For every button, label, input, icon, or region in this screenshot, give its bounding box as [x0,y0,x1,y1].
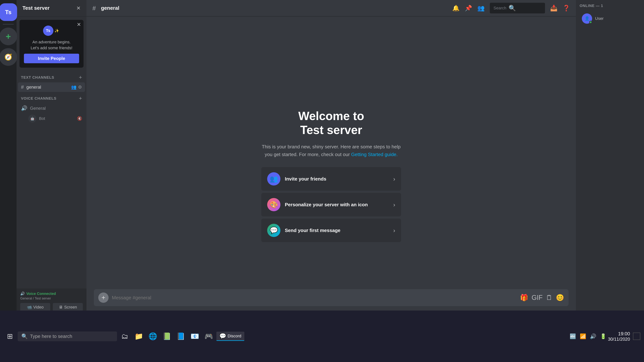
voice-connected-status: 🔊 Voice Connected [20,291,83,296]
task-view-button[interactable]: 🗂 [118,330,131,343]
getting-started-link[interactable]: Getting Started guide. [351,152,398,157]
network-icon[interactable]: 🔤 [570,333,576,339]
taskbar-date: 30/11/2020 [608,337,630,342]
channel-actions: 👥 ⚙ [71,85,82,90]
invite-card-text: Invite your friends [285,176,389,182]
popup-text-line2: Let's add some friends! [31,46,72,50]
personalize-card[interactable]: 🎨 Personalize your server with an icon › [261,193,401,216]
video-button[interactable]: 📹 Video [20,303,50,312]
start-button[interactable]: ⊞ [4,330,16,343]
search-placeholder: Search [494,6,506,10]
members-list-icon[interactable]: 👥 [477,4,485,11]
server-name: Test server [22,5,50,11]
server-header[interactable]: Test server ✕ [16,0,86,16]
channel-item-general[interactable]: # general 👥 ⚙ [18,82,85,92]
taskbar-search-bar[interactable]: 🔍 Type here to search [18,332,117,341]
volume-icon[interactable]: 🔊 [590,333,596,339]
chevron-right-icon-3: › [393,227,395,234]
add-text-channel-icon[interactable]: + [79,74,82,80]
discord-taskbar-icon[interactable]: 💬 Discord [216,332,244,341]
word-button[interactable]: 📘 [174,330,187,343]
channel-header-name: general [101,5,120,11]
welcome-title: Welcome to Test server [298,109,364,137]
mute-icon: 🔇 [77,116,82,121]
top-bar-actions: 🔔 📌 👥 Search 🔍 📥 ❓ [452,3,570,13]
file-explorer-button[interactable]: 📁 [132,330,145,343]
search-icon[interactable]: 🔍 [508,4,516,11]
right-sidebar: ONLINE — 1 👤 User [576,0,644,335]
popup-avatar: Ts [43,25,53,36]
voice-connected-channel: General / Test server [20,297,83,300]
message-attach-button[interactable]: + [98,293,108,303]
discord-taskbar-label: Discord [228,334,242,339]
message-input-actions: 🎁 GIF 🗒 😊 [520,294,564,302]
chevron-right-icon-2: › [393,201,395,208]
explore-icon[interactable]: 🧭 [0,48,17,66]
xbox-button[interactable]: 🎮 [202,330,215,343]
online-user-item[interactable]: 👤 User [580,11,640,26]
message-card-icon: 💬 [267,224,280,237]
emoji-icon[interactable]: 😊 [556,294,564,302]
online-status-dot [589,21,592,24]
voice-user-name: Bot [39,116,74,121]
show-desktop-button[interactable] [633,333,640,340]
pin-icon[interactable]: 📌 [465,4,472,11]
search-bar[interactable]: Search 🔍 [490,3,545,13]
text-channels-label: TEXT CHANNELS [21,75,54,80]
gif-icon[interactable]: GIF [532,294,542,302]
notification-bell-icon[interactable]: 🔔 [452,4,460,11]
voice-channels-section: VOICE CHANNELS + 🔊 General 🤖 Bot 🔇 [16,92,86,124]
voice-user-item[interactable]: 🤖 Bot 🔇 [18,113,85,124]
system-tray: 🔤 📶 🔊 🔋 [570,333,606,339]
voice-channel-general[interactable]: 🔊 General [18,103,85,113]
message-input-box: + 🎁 GIF 🗒 😊 [94,289,568,306]
chevron-down-icon: ✕ [76,5,80,11]
screen-button[interactable]: 🖥 Screen [53,303,83,312]
battery-icon[interactable]: 🔋 [600,333,606,339]
taskbar: ⊞ 🔍 Type here to search 🗂 📁 🌐 📗 📘 📧 🎮 💬 … [0,311,644,362]
server-icon-ts[interactable]: Ts [0,3,17,21]
help-icon[interactable]: ❓ [563,4,570,11]
message-card-title: Send your first message [285,228,389,233]
welcome-subtitle: This is your brand new, shiny server. He… [258,143,405,158]
text-channels-section: TEXT CHANNELS + # general 👥 ⚙ [16,71,86,92]
text-channels-header[interactable]: TEXT CHANNELS + [18,71,85,82]
personalize-card-text: Personalize your server with an icon [285,202,389,208]
voice-channels-header[interactable]: VOICE CHANNELS + [18,92,85,103]
first-message-card[interactable]: 💬 Send your first message › [261,219,401,242]
personalize-card-title: Personalize your server with an icon [285,202,389,208]
outlook-button[interactable]: 📧 [188,330,201,343]
online-section-title: ONLINE — 1 [580,4,640,8]
chrome-button[interactable]: 🌐 [146,330,159,343]
members-icon[interactable]: 👥 [71,85,76,90]
popup-text-line1: An adventure begins. [32,40,71,44]
online-user-name: User [595,16,604,21]
sticker-icon[interactable]: 🗒 [546,294,552,302]
taskbar-clock[interactable]: 19:00 30/11/2020 [608,331,630,342]
inbox-icon[interactable]: 📥 [550,4,558,11]
add-server-icon[interactable]: + [0,27,17,45]
message-input[interactable] [112,295,517,301]
message-input-area: + 🎁 GIF 🗒 😊 [86,289,576,311]
taskbar-search-icon: 🔍 [21,333,28,339]
voice-controls-row: 📹 Video 🖥 Screen [20,303,83,312]
top-bar: # general 🔔 📌 👥 Search 🔍 📥 ❓ [86,0,576,16]
invite-friends-card[interactable]: 👥 Invite your friends › [261,167,401,191]
message-card-text: Send your first message [285,228,389,233]
channel-name-general: general [26,85,68,90]
action-cards: 👥 Invite your friends › 🎨 Personalize yo… [261,167,401,242]
hash-icon: # [21,84,24,90]
voice-channels-label: VOICE CHANNELS [21,96,56,101]
excel-button[interactable]: 📗 [160,330,173,343]
gift-icon[interactable]: 🎁 [520,294,528,302]
personalize-card-icon: 🎨 [267,198,280,211]
close-popup-button[interactable]: ✕ [77,22,81,27]
settings-icon[interactable]: ⚙ [78,85,82,90]
channel-sidebar: Test server ✕ ✕ Ts ✨ An adventure begins… [16,0,86,335]
voice-user-avatar: 🤖 [28,114,36,123]
wifi-icon[interactable]: 📶 [580,333,586,339]
invite-people-button[interactable]: Invite People [24,54,79,63]
chevron-right-icon: › [393,176,395,182]
add-voice-channel-icon[interactable]: + [79,95,82,101]
channel-header-hash-icon: # [92,4,96,12]
